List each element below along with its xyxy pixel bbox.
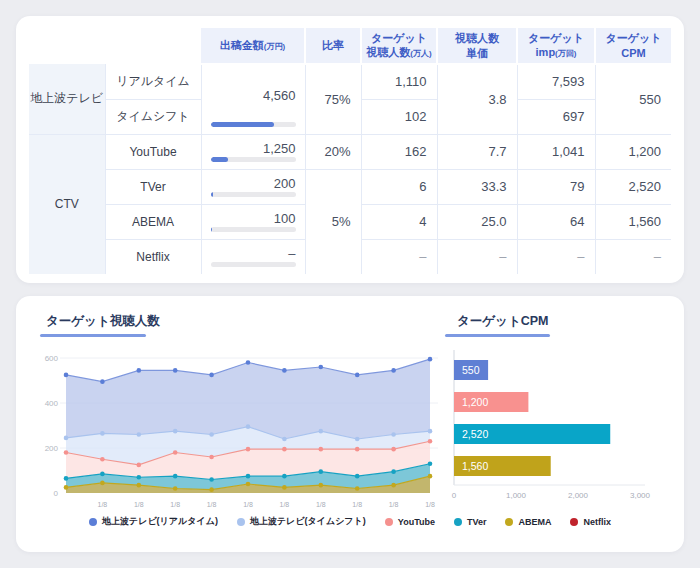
col-header-unit-price: 視聴人数 単価 [437,28,517,64]
svg-text:1/8: 1/8 [352,501,362,508]
legend-item-3[interactable]: TVer [454,517,487,527]
row-label-tver: TVer [105,169,201,204]
svg-text:1/8: 1/8 [389,501,399,508]
cell-abema-amount: 100 [201,204,305,239]
cell-tver-imp: 79 [517,169,595,204]
chart-legend: 地上波テレビ(リアルタイム)地上波テレビ(タイムシフト)YouTubeTVerA… [16,515,684,528]
cell-abema-audience: 4 [361,204,437,239]
svg-text:550: 550 [462,364,480,376]
group-label-tv: 地上波テレビ [29,64,105,134]
tver-amount-bar [211,192,296,197]
cell-netflix-audience: – [361,239,437,274]
target-cpm-bar-chart: 5501,2002,5201,56001,0002,0003,000 [440,344,680,514]
svg-text:200: 200 [45,444,59,453]
target-audience-area-chart: 02004006001/81/81/81/81/81/81/81/81/81/8 [34,344,454,514]
svg-text:2,000: 2,000 [568,491,589,500]
area-chart-title: ターゲット視聴人数 [46,313,160,330]
svg-text:1/8: 1/8 [280,501,290,508]
cell-tver-audience: 6 [361,169,437,204]
cell-abema-unit-price: 25.0 [437,204,517,239]
svg-text:1,560: 1,560 [462,460,488,472]
cell-youtube-cpm: 1,200 [595,134,671,169]
cell-netflix-cpm: – [595,239,671,274]
svg-text:1/8: 1/8 [170,501,180,508]
legend-dot-icon [505,518,513,526]
cell-tv-amount: 4,560 [201,64,305,134]
legend-item-1[interactable]: 地上波テレビ(タイムシフト) [237,515,366,528]
cell-timeshift-audience: 102 [361,99,437,134]
tv-amount-value: 4,560 [211,70,296,122]
legend-item-2[interactable]: YouTube [385,517,435,527]
col-header-target-audience: ターゲット 視聴人数(万人) [361,28,437,64]
cell-ctv-ratio: 5% [305,169,361,274]
row-label-youtube: YouTube [105,134,201,169]
cell-timeshift-imp: 697 [517,99,595,134]
svg-text:1/8: 1/8 [207,501,217,508]
cell-tv-cpm: 550 [595,64,671,134]
svg-text:1/8: 1/8 [98,501,108,508]
svg-text:1/8: 1/8 [316,501,326,508]
row-label-timeshift: タイムシフト [105,99,201,134]
table-row-realtime: 地上波テレビ リアルタイム 4,560 75% 1,110 3.8 7,593 … [29,64,671,99]
cell-netflix-amount: – [201,239,305,274]
cell-realtime-imp: 7,593 [517,64,595,99]
svg-text:1,000: 1,000 [506,491,527,500]
cell-youtube-amount: 1,250 [201,134,305,169]
media-plan-table-card: 出稿金額(万円) 比率 ターゲット 視聴人数(万人) 視聴人数 単価 ターゲット… [16,16,684,283]
svg-text:1/8: 1/8 [134,501,144,508]
tv-amount-bar [211,122,296,127]
svg-text:3,000: 3,000 [630,491,651,500]
cell-realtime-audience: 1,110 [361,64,437,99]
legend-label: ABEMA [518,517,551,527]
legend-item-0[interactable]: 地上波テレビ(リアルタイム) [89,515,218,528]
media-plan-table: 出稿金額(万円) 比率 ターゲット 視聴人数(万人) 視聴人数 単価 ターゲット… [29,28,671,274]
legend-dot-icon [237,518,245,526]
table-row-youtube: CTV YouTube 1,250 20% 162 7.7 1,041 1,20… [29,134,671,169]
cell-youtube-imp: 1,041 [517,134,595,169]
row-label-abema: ABEMA [105,204,201,239]
header-blank [29,28,201,64]
svg-text:1/8: 1/8 [425,501,435,508]
cell-tv-unit-price: 3.8 [437,64,517,134]
col-header-amount: 出稿金額(万円) [201,28,305,64]
col-header-ratio: 比率 [305,28,361,64]
col-header-target-imp: ターゲット imp(万回) [517,28,595,64]
cell-youtube-ratio: 20% [305,134,361,169]
cell-netflix-unit-price: – [437,239,517,274]
area-chart-title-underline [40,334,146,337]
svg-text:0: 0 [452,491,457,500]
cell-tver-cpm: 2,520 [595,169,671,204]
abema-amount-value: 100 [211,210,296,227]
legend-dot-icon [570,518,578,526]
legend-label: 地上波テレビ(タイムシフト) [250,515,366,528]
cell-abema-cpm: 1,560 [595,204,671,239]
row-label-realtime: リアルタイム [105,64,201,99]
charts-card: ターゲット視聴人数 ターゲットCPM 02004006001/81/81/81/… [16,296,684,552]
legend-label: TVer [467,517,487,527]
cell-youtube-audience: 162 [361,134,437,169]
legend-item-5[interactable]: Netflix [570,517,611,527]
bar-chart-title-underline [445,334,550,337]
table-header-row: 出稿金額(万円) 比率 ターゲット 視聴人数(万人) 視聴人数 単価 ターゲット… [29,28,671,64]
svg-text:1,200: 1,200 [462,396,488,408]
netflix-amount-value: – [211,245,296,263]
svg-text:400: 400 [45,399,59,408]
row-label-netflix: Netflix [105,239,201,274]
legend-item-4[interactable]: ABEMA [505,517,551,527]
svg-text:600: 600 [45,354,59,363]
abema-amount-bar [211,227,296,232]
netflix-amount-bar [211,262,296,267]
youtube-amount-value: 1,250 [211,140,296,157]
col-header-target-cpm: ターゲット CPM [595,28,671,64]
legend-dot-icon [454,518,462,526]
legend-dot-icon [385,518,393,526]
legend-label: Netflix [583,517,611,527]
cell-tv-ratio: 75% [305,64,361,134]
cell-tver-unit-price: 33.3 [437,169,517,204]
svg-text:2,520: 2,520 [462,428,488,440]
svg-text:0: 0 [54,489,59,498]
cell-tver-amount: 200 [201,169,305,204]
svg-text:1/8: 1/8 [243,501,253,508]
cell-abema-imp: 64 [517,204,595,239]
legend-label: 地上波テレビ(リアルタイム) [102,515,218,528]
